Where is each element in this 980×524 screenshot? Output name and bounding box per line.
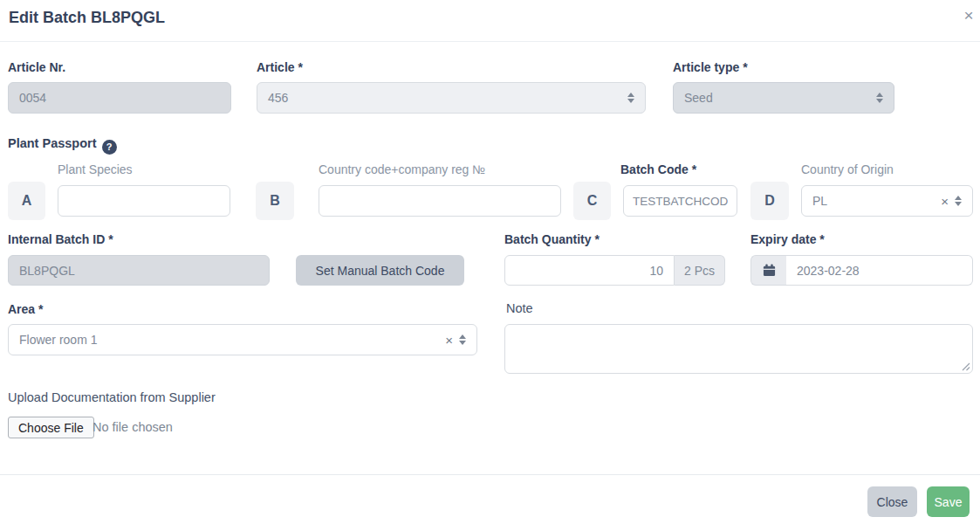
article-nr-label: Article Nr. bbox=[8, 60, 65, 74]
batch-quantity-input[interactable] bbox=[504, 255, 675, 286]
plant-species-input[interactable] bbox=[58, 185, 230, 217]
chevron-updown-icon bbox=[876, 93, 883, 103]
save-button[interactable]: Save bbox=[927, 486, 970, 517]
modal-title: Edit Batch BL8PQGL bbox=[9, 9, 165, 27]
article-select-value: 456 bbox=[268, 91, 288, 105]
calendar-icon[interactable] bbox=[750, 255, 786, 286]
area-label: Area * bbox=[8, 302, 43, 316]
upload-label: Upload Documentation from Supplier bbox=[8, 390, 216, 404]
help-icon[interactable]: ? bbox=[102, 140, 117, 155]
batch-code-input[interactable] bbox=[623, 185, 737, 217]
article-label: Article * bbox=[257, 60, 303, 74]
passport-letter-d: D bbox=[750, 182, 789, 220]
article-type-select: Seed bbox=[673, 82, 894, 114]
close-button[interactable]: Close bbox=[867, 486, 917, 517]
expiry-date-input[interactable] bbox=[786, 255, 973, 286]
footer-divider bbox=[0, 474, 980, 475]
batch-quantity-label: Batch Quantity * bbox=[504, 232, 600, 246]
header-divider bbox=[0, 41, 980, 42]
batch-code-label: Batch Code * bbox=[620, 162, 696, 176]
internal-batch-id-input bbox=[8, 255, 270, 286]
file-status-text: No file chosen bbox=[93, 420, 173, 434]
internal-batch-id-label: Internal Batch ID * bbox=[8, 232, 113, 246]
plant-species-label: Plant Species bbox=[58, 162, 133, 176]
plant-passport-label: Plant Passport bbox=[8, 136, 97, 150]
country-code-input[interactable] bbox=[319, 185, 561, 217]
chevron-updown-icon bbox=[627, 93, 634, 103]
clear-icon[interactable]: × bbox=[941, 195, 949, 208]
close-icon[interactable]: × bbox=[958, 5, 979, 26]
article-nr-input bbox=[8, 82, 231, 114]
area-select-value: Flower room 1 bbox=[19, 333, 97, 347]
choose-file-button[interactable]: Choose File bbox=[8, 417, 94, 438]
note-label: Note bbox=[506, 301, 533, 315]
passport-letter-a: A bbox=[8, 182, 45, 220]
area-select[interactable]: Flower room 1 × bbox=[8, 324, 477, 355]
clear-icon[interactable]: × bbox=[445, 334, 453, 347]
country-of-origin-label: Country of Origin bbox=[801, 162, 894, 176]
passport-letter-b: B bbox=[256, 182, 294, 220]
article-type-label: Article type * bbox=[673, 60, 748, 74]
passport-letter-c: C bbox=[573, 182, 611, 220]
note-textarea[interactable] bbox=[504, 324, 973, 374]
article-select[interactable]: 456 bbox=[257, 82, 646, 114]
country-of-origin-value: PL bbox=[812, 194, 827, 208]
country-code-label: Country code+company reg № bbox=[319, 162, 485, 176]
country-of-origin-select[interactable]: PL × bbox=[801, 185, 973, 217]
set-manual-batch-code-button[interactable]: Set Manual Batch Code bbox=[296, 255, 464, 286]
plant-passport-heading: Plant Passport? bbox=[8, 136, 117, 155]
edit-batch-modal: Edit Batch BL8PQGL × Article Nr. Article… bbox=[0, 0, 980, 524]
expiry-date-label: Expiry date * bbox=[750, 232, 825, 246]
batch-quantity-unit-addon: 2 Pcs bbox=[675, 255, 725, 286]
chevron-updown-icon bbox=[955, 196, 962, 206]
chevron-updown-icon bbox=[459, 334, 466, 345]
article-type-select-value: Seed bbox=[684, 91, 713, 105]
